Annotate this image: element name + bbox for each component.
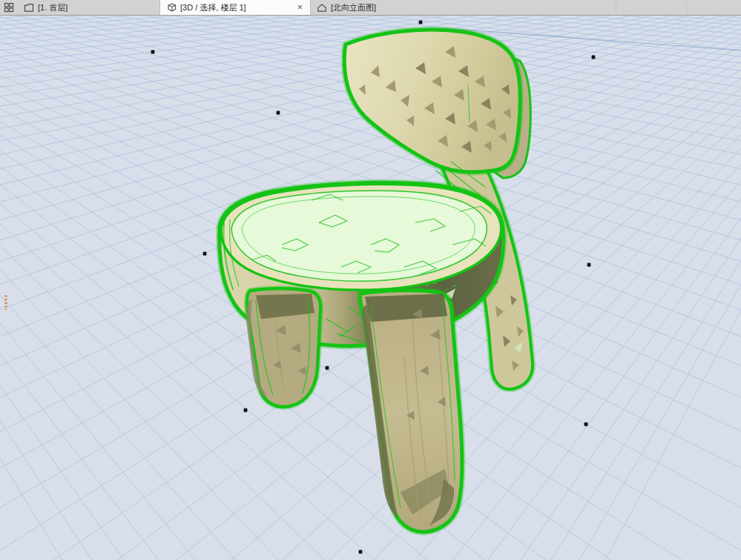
chair-front-left-leg[interactable]	[246, 289, 320, 406]
chair-model[interactable]	[220, 30, 533, 532]
elevation-icon	[317, 3, 327, 13]
tab-label-elevation: [北向立面图]	[331, 0, 376, 15]
viewport-3d-canvas[interactable]	[0, 0, 741, 560]
tab-separator	[616, 1, 616, 13]
close-tab-icon[interactable]: ×	[296, 3, 304, 12]
tab-floor-plan[interactable]: [1. 首层]	[18, 0, 159, 15]
tab-elevation[interactable]: [北向立面图]	[311, 0, 382, 15]
application-window: [1. 首层] [3D / 选择, 楼层 1] × [北向立面图]	[0, 0, 741, 560]
3d-view-icon	[166, 2, 177, 13]
tab-label-floor-plan: [1. 首层]	[38, 0, 67, 15]
floor-plan-icon	[24, 3, 34, 13]
tab-bar: [1. 首层] [3D / 选择, 楼层 1] × [北向立面图]	[0, 0, 741, 16]
tab-overview-icon	[4, 2, 14, 13]
tab-overview-button[interactable]	[0, 0, 18, 15]
tab-separator	[686, 1, 687, 13]
tab-3d-view[interactable]: [3D / 选择, 楼层 1] ×	[159, 0, 311, 15]
chair-front-center-leg[interactable]	[360, 291, 462, 532]
tab-label-3d-view: [3D / 选择, 楼层 1]	[180, 0, 246, 15]
